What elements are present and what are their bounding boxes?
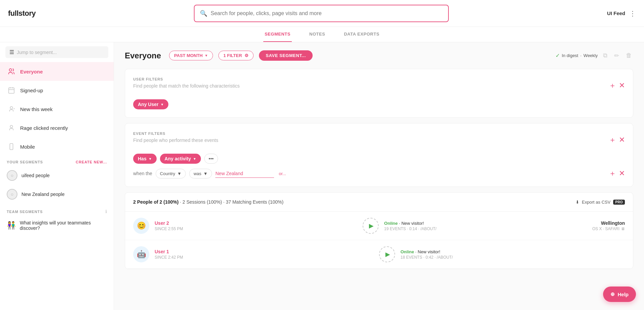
- edit-button[interactable]: ✏: [613, 51, 621, 61]
- create-new-link[interactable]: CREATE NEW...: [76, 160, 107, 164]
- user1-events: 18 EVENTS · 0:42 · /ABOUT/: [400, 255, 620, 260]
- any-activity-caret: ▼: [193, 157, 196, 161]
- add-condition-button[interactable]: ＋: [609, 168, 616, 178]
- sidebar-item-label-rage-clicked: Rage clicked recently: [20, 125, 68, 131]
- any-user-tag[interactable]: Any User ▼: [133, 99, 168, 109]
- sidebar-item-new-this-week[interactable]: New this week: [0, 100, 114, 118]
- sidebar-item-label-signed-up: Signed-up: [20, 88, 43, 93]
- country-select[interactable]: Country ▼: [156, 169, 186, 178]
- download-icon: ⬇: [576, 200, 579, 205]
- tab-notes[interactable]: NOTES: [308, 27, 326, 42]
- when-the-text: when the: [133, 171, 152, 176]
- sidebar: ☰ Jump to segment... Everyone Signed-up: [0, 42, 114, 310]
- sidebar-search-icon: ☰: [9, 49, 14, 55]
- filter-button[interactable]: 1 FILTER ⚙: [218, 51, 254, 60]
- help-button[interactable]: ⊕ Help: [603, 287, 636, 302]
- svg-point-7: [10, 125, 12, 128]
- user-row-2: 🤖 User 1 SINCE 2:42 PM ▶ Online · New vi: [125, 240, 633, 269]
- user1-play-button[interactable]: ▶: [379, 246, 395, 262]
- new-zealand-avatar: ○: [7, 189, 17, 200]
- results-stats: 2 People of 2 (100%) · 2 Sessions (100%)…: [133, 199, 283, 205]
- user2-name[interactable]: User 2: [155, 220, 357, 226]
- user-row-1: 😊 User 2 SINCE 2:55 PM ▶ Online · New vi: [125, 212, 633, 240]
- digest-info: ✓ In digest · Weekly: [555, 52, 598, 59]
- user2-events: 19 EVENTS · 0:14 · /ABOUT/: [384, 226, 587, 231]
- user-filter-row: Any User ▼: [133, 99, 625, 109]
- user1-info: User 1 SINCE 2:42 PM: [155, 249, 374, 260]
- sidebar-item-mobile[interactable]: Mobile: [0, 137, 114, 156]
- team-segments-info-icon[interactable]: ℹ: [105, 209, 107, 214]
- was-select[interactable]: was ▼: [189, 169, 212, 178]
- user2-play-button[interactable]: ▶: [363, 218, 379, 234]
- team-segments-label: TEAM SEGMENTS: [7, 210, 43, 214]
- search-bar[interactable]: 🔍: [194, 5, 449, 22]
- any-activity-tag[interactable]: Any activity ▼: [160, 154, 201, 164]
- user1-since: SINCE 2:42 PM: [155, 255, 374, 260]
- user-filters-title-left: USER FILTERS Find people that match the …: [133, 77, 240, 94]
- user1-name[interactable]: User 1: [155, 249, 374, 254]
- user2-status: Online · New visitor!: [384, 221, 587, 226]
- remove-condition-button[interactable]: ✕: [619, 168, 625, 178]
- sidebar-search[interactable]: ☰ Jump to segment...: [5, 46, 108, 58]
- has-tag[interactable]: Has ▼: [133, 154, 157, 164]
- user2-info: User 2 SINCE 2:55 PM: [155, 220, 357, 231]
- sidebar-item-label-everyone: Everyone: [20, 69, 43, 74]
- sidebar-item-uifeed[interactable]: ○ uifeed people: [0, 166, 114, 185]
- user2-device: OS X · SAFARI 🖥: [592, 226, 625, 231]
- svg-point-0: [9, 69, 12, 71]
- or-link[interactable]: or...: [279, 171, 286, 176]
- time-filter-button[interactable]: PAST MONTH ▼: [169, 51, 213, 60]
- tab-segments[interactable]: SEGMENTS: [263, 27, 292, 42]
- digest-separator: ·: [580, 53, 582, 58]
- user1-session: Online · New visitor! 18 EVENTS · 0:42 ·…: [400, 249, 620, 260]
- delete-button[interactable]: 🗑: [625, 51, 633, 60]
- play-icon: ▶: [369, 222, 374, 229]
- results-card: 2 People of 2 (100%) · 2 Sessions (100%)…: [125, 192, 633, 269]
- save-segment-button[interactable]: SAVE SEGMENT...: [259, 50, 313, 61]
- search-icon: 🔍: [200, 10, 207, 17]
- user-filters-card: USER FILTERS Find people that match the …: [125, 69, 633, 118]
- logo: fullstory: [8, 9, 36, 18]
- more-options-button[interactable]: ⋮: [629, 9, 636, 17]
- svg-rect-8: [10, 144, 13, 150]
- mobile-icon: [7, 142, 16, 151]
- country-value-input[interactable]: [215, 169, 274, 178]
- user1-avatar: 🤖: [133, 246, 149, 262]
- event-filters-description: Find people who performed these events: [133, 138, 218, 143]
- topbar-title: UI Feed: [607, 10, 625, 16]
- add-event-filter-button[interactable]: ＋: [609, 135, 616, 145]
- digest-check-icon: ✓: [555, 52, 560, 59]
- digest-frequency: Weekly: [584, 53, 598, 58]
- event-more-options[interactable]: •••: [204, 154, 218, 164]
- uifeed-avatar: ○: [7, 170, 17, 181]
- tab-data-exports[interactable]: DATA EXPORTS: [342, 27, 381, 42]
- segment-title: Everyone: [125, 51, 161, 60]
- team-segment-1[interactable]: 👫 What insights will your teammates disc…: [0, 217, 114, 234]
- user2-city: Wellington: [592, 220, 625, 226]
- user1-status: Online · New visitor!: [400, 249, 620, 254]
- sidebar-item-everyone[interactable]: Everyone: [0, 62, 114, 81]
- main-content: Everyone PAST MONTH ▼ 1 FILTER ⚙ SAVE SE…: [114, 42, 644, 310]
- search-input[interactable]: [211, 10, 443, 16]
- sidebar-item-new-zealand[interactable]: ○ New Zealand people: [0, 185, 114, 204]
- pro-badge: PRO: [613, 200, 625, 205]
- your-segments-label: YOUR SEGMENTS: [7, 160, 43, 164]
- export-csv-button[interactable]: ⬇ Export as CSV PRO: [576, 200, 625, 205]
- team-segment-label: What insights will your teammates discov…: [20, 220, 107, 231]
- remove-user-filter-button[interactable]: ✕: [619, 81, 625, 90]
- user-filters-actions: ＋ ✕: [609, 81, 625, 91]
- event-filters-title: EVENT FILTERS: [133, 132, 218, 136]
- everyone-icon: [7, 67, 16, 76]
- remove-event-filter-button[interactable]: ✕: [619, 136, 625, 144]
- sidebar-item-signed-up[interactable]: Signed-up: [0, 81, 114, 100]
- rage-clicked-icon: [7, 123, 16, 133]
- copy-button[interactable]: ⧉: [602, 51, 609, 60]
- sidebar-item-rage-clicked[interactable]: Rage clicked recently: [0, 118, 114, 137]
- your-segments-header: YOUR SEGMENTS CREATE NEW...: [0, 156, 114, 166]
- help-icon: ⊕: [610, 291, 615, 297]
- country-select-caret: ▼: [177, 171, 181, 176]
- header-right: ✓ In digest · Weekly ⧉ ✏ 🗑: [555, 51, 633, 61]
- add-user-filter-button[interactable]: ＋: [609, 81, 616, 91]
- event-filters-actions: ＋ ✕: [609, 135, 625, 145]
- uifeed-label: uifeed people: [21, 173, 50, 178]
